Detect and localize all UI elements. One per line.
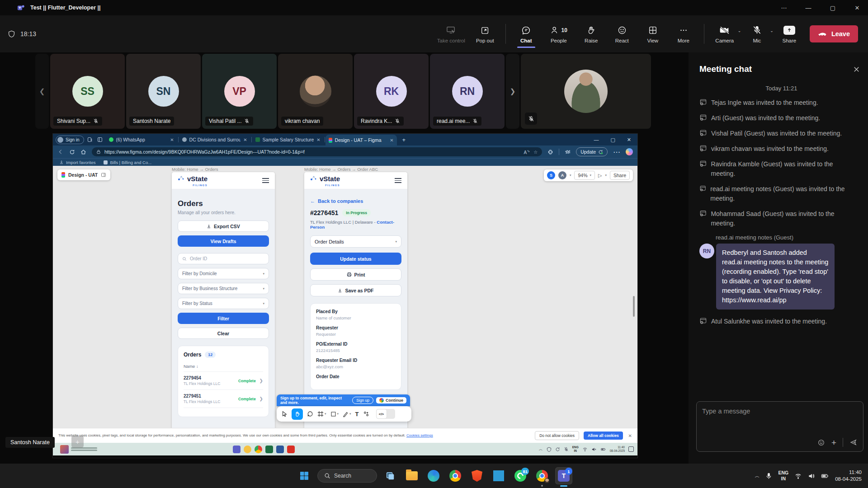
notification-icon[interactable] (628, 446, 634, 452)
order-details-select[interactable]: Order Details▾ (310, 235, 401, 248)
file-explorer-button[interactable] (403, 467, 420, 484)
shape-tool-icon[interactable]: ▾ (330, 411, 339, 417)
chrome-button[interactable] (447, 467, 464, 484)
view-button[interactable]: View (639, 20, 667, 48)
excel-icon[interactable] (265, 446, 273, 453)
layout-panel-icon[interactable] (101, 172, 106, 178)
google-continue-button[interactable]: Continue (376, 397, 406, 404)
chat-button[interactable]: Chat (512, 20, 540, 48)
vertical-tabs-icon[interactable] (97, 137, 103, 142)
volume-icon[interactable] (591, 447, 597, 452)
mobile-frame-orders[interactable]: vStateFILINGS Orders Manage all your ord… (172, 172, 275, 443)
tab-close-icon[interactable]: ✕ (316, 137, 320, 142)
play-chevron-icon[interactable]: ▾ (605, 174, 607, 177)
message-input[interactable] (702, 408, 858, 415)
figma-doc-chip[interactable]: Design - UAT (57, 169, 110, 180)
export-csv-button[interactable]: Export CSV (178, 221, 269, 232)
browser-more-icon[interactable]: ⋯ (613, 148, 620, 156)
collaborator-avatar[interactable]: S (547, 171, 555, 179)
back-to-companies-link[interactable]: ←Back to companies (310, 198, 401, 204)
tab-close-icon[interactable]: ✕ (390, 138, 393, 143)
camera-button[interactable]: Camera (711, 20, 739, 48)
collab-chevron-icon[interactable]: ▾ (570, 174, 571, 177)
participant-tile[interactable]: SS Shivani Sup... (50, 54, 125, 129)
browser-restore-icon[interactable]: ▢ (610, 137, 615, 143)
wifi-icon[interactable] (582, 447, 588, 452)
tab-search-icon[interactable] (87, 137, 93, 142)
refresh-icon[interactable] (69, 149, 75, 155)
brave-button[interactable] (468, 467, 486, 484)
participant-tile[interactable]: SN Santosh Narate (126, 54, 201, 129)
todo-icon[interactable] (244, 446, 251, 453)
browser-tab[interactable]: Sample Salary Structure with calc✕ (252, 135, 324, 145)
order-row[interactable]: 2279454TL Flex Holdings LLC Complete❯ (184, 371, 263, 389)
tiles-prev-button[interactable]: ❮ (35, 54, 49, 129)
cookie-close-icon[interactable]: ✕ (628, 433, 632, 438)
tab-close-icon[interactable]: ✕ (170, 137, 174, 142)
browser-minimize-icon[interactable]: — (594, 137, 599, 143)
minimize-button[interactable]: — (804, 5, 813, 11)
read-aloud-icon[interactable]: A∿ (524, 149, 530, 155)
zoom-control[interactable]: 94%▾ (574, 171, 595, 180)
pdf-icon[interactable] (287, 446, 295, 453)
update-status-button[interactable]: Update status (310, 253, 401, 265)
task-view-button[interactable] (382, 467, 399, 484)
collaborator-avatar[interactable]: A (558, 171, 566, 179)
home-icon[interactable] (80, 149, 86, 155)
chat-message-bubble[interactable]: Redberyl and Santosh added read.ai meeti… (716, 244, 835, 310)
browser-signin-button[interactable]: Sign in (56, 136, 84, 144)
pop-out-button[interactable]: Pop out (471, 20, 499, 48)
back-icon[interactable] (57, 149, 64, 155)
extensions-icon[interactable] (547, 149, 553, 155)
new-tab-button[interactable]: + (402, 136, 406, 143)
titlebar-more-icon[interactable]: ⋯ (779, 5, 788, 11)
filter-button[interactable]: Filter (178, 313, 269, 324)
whatsapp-button[interactable]: 81 (512, 467, 529, 484)
teams-button[interactable]: T1 (555, 467, 572, 484)
wifi-icon[interactable] (794, 473, 802, 479)
word-icon[interactable] (276, 446, 284, 453)
tray-chevron-icon[interactable]: ︿ (539, 446, 543, 452)
attach-plus-icon[interactable]: + (831, 438, 836, 447)
address-bar[interactable]: https://www.figma.com/design/9BKQ0FOHRWa… (92, 147, 542, 156)
share-screen-button[interactable]: Share (775, 20, 803, 48)
send-icon[interactable] (849, 438, 858, 446)
react-button[interactable]: React (608, 20, 636, 48)
teams-icon[interactable] (233, 446, 241, 453)
people-button[interactable]: 10 People (543, 20, 575, 48)
hamburger-menu-icon[interactable] (262, 178, 269, 183)
filter-domicile-select[interactable]: Filter by Domicile▾ (178, 268, 269, 279)
clear-button[interactable]: Clear (178, 328, 269, 339)
frame-tool-icon[interactable]: ▾ (317, 411, 326, 417)
chrome-icon[interactable] (255, 446, 262, 453)
language-indicator[interactable]: ENGIN (778, 470, 788, 482)
column-header-name[interactable]: Name ↓ (184, 364, 263, 369)
import-favorites-link[interactable]: Import favorites (59, 160, 95, 165)
dev-mode-toggle[interactable]: </> (376, 409, 395, 419)
battery-icon[interactable] (600, 447, 606, 452)
mic-button[interactable]: Mic (743, 20, 771, 48)
figma-canvas[interactable]: Design - UAT S A ▾ 94%▾ ▷ ▾ Share Mobile… (53, 166, 637, 443)
emoji-icon[interactable] (817, 439, 825, 446)
browser-tab[interactable]: DC Divisions and Surroundings✕ (179, 135, 250, 145)
close-button[interactable]: ✕ (853, 5, 862, 11)
browser-update-button[interactable]: Update (576, 147, 608, 156)
taskbar-search[interactable]: Search (317, 469, 377, 483)
signup-button[interactable]: Sign up (352, 397, 373, 404)
chevron-down-icon[interactable]: ▾ (325, 412, 326, 416)
frame-label[interactable]: Mobile: Home → Orders → Order ABC (304, 167, 378, 172)
allow-cookies-button[interactable]: Allow all cookies (584, 432, 623, 440)
favorite-bills-link[interactable]: Bills | Billing and Co... (104, 160, 151, 165)
actions-tool-icon[interactable] (363, 411, 369, 417)
language-indicator[interactable]: ENGIN (572, 446, 579, 453)
pen-tool-icon[interactable]: ▾ (343, 411, 351, 417)
figma-share-button[interactable]: Share (610, 171, 630, 180)
order-id-search-input[interactable]: Order ID (178, 253, 269, 264)
participant-tile[interactable]: vikram chavan (278, 54, 353, 129)
vscode-button[interactable] (490, 467, 507, 484)
chrome-profile-button[interactable] (533, 467, 551, 484)
view-drafts-button[interactable]: View Drafts (178, 235, 269, 247)
defender-icon[interactable] (547, 447, 552, 452)
browser-tab[interactable]: (6) WhatsApp✕ (106, 135, 177, 145)
volume-icon[interactable] (808, 473, 815, 479)
